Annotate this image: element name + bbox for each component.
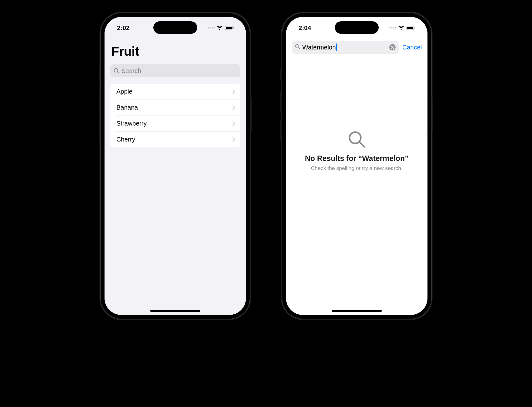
svg-line-9 bbox=[299, 48, 300, 49]
chevron-right-icon bbox=[232, 121, 235, 126]
search-large-icon bbox=[348, 130, 366, 148]
list-item-label: Apple bbox=[116, 88, 132, 95]
dynamic-island bbox=[153, 21, 197, 34]
clear-search-button[interactable] bbox=[389, 44, 396, 50]
search-placeholder: Search bbox=[121, 67, 141, 75]
search-input[interactable]: Watermelon bbox=[292, 41, 399, 54]
svg-rect-7 bbox=[415, 27, 415, 29]
list-item[interactable]: Cherry bbox=[110, 131, 240, 147]
volume-up-button bbox=[280, 91, 282, 113]
wifi-icon bbox=[398, 26, 404, 30]
cancel-button[interactable]: Cancel bbox=[402, 44, 422, 51]
silence-switch bbox=[99, 69, 100, 81]
list-item-label: Banana bbox=[116, 104, 138, 111]
power-button bbox=[432, 97, 433, 131]
svg-line-11 bbox=[360, 142, 364, 147]
search-query-text: Watermelon bbox=[302, 44, 336, 51]
volume-down-button bbox=[99, 119, 100, 141]
svg-rect-2 bbox=[233, 27, 234, 29]
device-frame-right: 2:04 Watermelon bbox=[282, 13, 432, 319]
empty-state: No Results for “Watermelon” Check the sp… bbox=[286, 130, 427, 172]
status-right bbox=[389, 26, 416, 30]
home-indicator[interactable] bbox=[150, 310, 200, 312]
device-frame-left: 2:02 Fruit Search Apple bbox=[100, 13, 250, 319]
battery-icon bbox=[225, 26, 234, 30]
list-item-label: Strawberry bbox=[116, 120, 147, 127]
text-caret bbox=[336, 44, 337, 51]
list-item[interactable]: Apple bbox=[110, 84, 240, 100]
screen-left: 2:02 Fruit Search Apple bbox=[105, 17, 246, 315]
page-title: Fruit bbox=[105, 35, 246, 62]
volume-up-button bbox=[99, 91, 100, 113]
status-right bbox=[208, 26, 234, 30]
list-item-label: Cherry bbox=[116, 136, 135, 143]
home-indicator[interactable] bbox=[332, 310, 382, 312]
search-bar[interactable]: Search bbox=[110, 64, 240, 77]
svg-line-4 bbox=[117, 72, 119, 73]
status-time: 2:04 bbox=[299, 24, 311, 32]
search-icon bbox=[113, 68, 120, 74]
wifi-icon bbox=[217, 26, 223, 30]
chevron-right-icon bbox=[232, 137, 235, 142]
screen-right: 2:04 Watermelon bbox=[286, 17, 427, 315]
search-query: Watermelon bbox=[302, 44, 387, 51]
list-item[interactable]: Banana bbox=[110, 100, 240, 116]
silence-switch bbox=[280, 69, 282, 81]
svg-rect-1 bbox=[226, 27, 232, 29]
volume-down-button bbox=[280, 119, 282, 141]
cellular-icon bbox=[208, 27, 215, 28]
svg-rect-6 bbox=[407, 27, 413, 29]
chevron-right-icon bbox=[232, 89, 235, 94]
power-button bbox=[250, 97, 252, 131]
search-row: Watermelon Cancel bbox=[286, 35, 427, 58]
fruit-list: Apple Banana Strawberry Cherry bbox=[110, 84, 240, 147]
search-icon bbox=[295, 44, 300, 51]
battery-icon bbox=[406, 26, 416, 30]
chevron-right-icon bbox=[232, 105, 235, 110]
cellular-icon bbox=[389, 27, 396, 28]
empty-state-subtitle: Check the spelling or try a new search. bbox=[311, 165, 403, 172]
empty-state-title: No Results for “Watermelon” bbox=[305, 154, 408, 163]
dynamic-island bbox=[335, 21, 379, 34]
list-item[interactable]: Strawberry bbox=[110, 116, 240, 131]
status-time: 2:02 bbox=[117, 24, 130, 32]
